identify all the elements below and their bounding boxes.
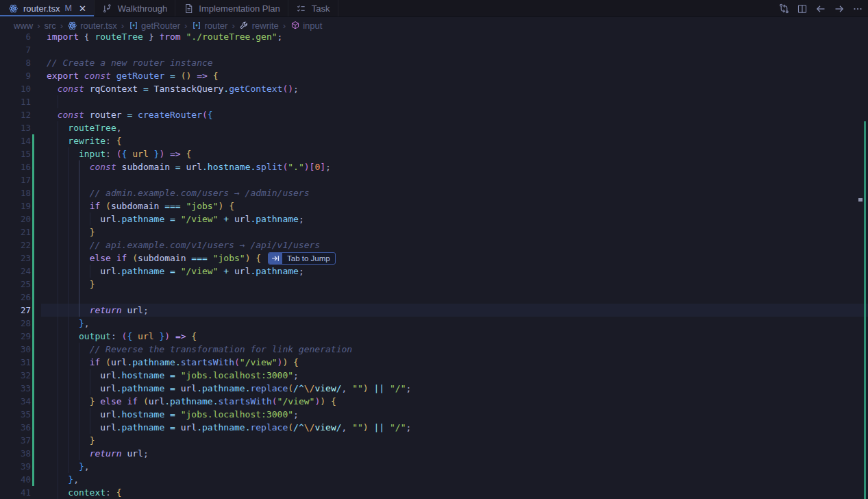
git-added-indicator bbox=[32, 382, 34, 395]
breadcrumb-item-src[interactable]: src bbox=[45, 21, 56, 31]
compare-changes-icon[interactable] bbox=[778, 3, 790, 15]
symbol-constant-icon bbox=[128, 21, 138, 31]
code-line-41[interactable]: 41 context: { bbox=[0, 486, 868, 499]
line-number: 11 bbox=[0, 95, 31, 108]
code-line-15[interactable]: 15 input: ({ url }) => { bbox=[0, 147, 868, 160]
code-lines: 6import { routeTree } from "./routeTree.… bbox=[0, 34, 868, 499]
code-text: rewrite: { bbox=[47, 134, 122, 147]
line-number: 36 bbox=[0, 421, 31, 434]
breadcrumb-item-getrouter[interactable]: getRouter bbox=[128, 21, 180, 31]
git-added-indicator bbox=[32, 226, 34, 239]
code-line-20[interactable]: 20 url.pathname = "/view" + url.pathname… bbox=[0, 212, 868, 226]
line-number: 18 bbox=[0, 186, 31, 199]
code-line-26[interactable]: 26 bbox=[0, 291, 868, 304]
line-number: 38 bbox=[0, 447, 31, 460]
breadcrumb-item-router[interactable]: router bbox=[191, 21, 227, 31]
code-text: url.pathname = url.pathname.replace(/^\/… bbox=[47, 382, 411, 395]
code-text: url.hostname = "jobs.localhost:3000"; bbox=[47, 408, 299, 421]
code-line-34[interactable]: 34 } else if (url.pathname.startsWith("/… bbox=[0, 395, 868, 408]
overview-ruler[interactable] bbox=[858, 67, 868, 499]
code-line-39[interactable]: 39 }, bbox=[0, 460, 868, 473]
code-text: }, bbox=[47, 460, 90, 473]
code-line-10[interactable]: 10 const rqContext = TanstackQuery.getCo… bbox=[0, 82, 868, 95]
code-line-35[interactable]: 35 url.hostname = "jobs.localhost:3000"; bbox=[0, 408, 868, 421]
line-number: 26 bbox=[0, 291, 31, 304]
code-line-38[interactable]: 38 return url; bbox=[0, 447, 868, 460]
modified-badge: M bbox=[64, 3, 71, 13]
line-number: 6 bbox=[0, 34, 31, 43]
breadcrumb-separator: › bbox=[184, 21, 188, 31]
code-text: url.pathname = "/view" + url.pathname; bbox=[47, 265, 304, 278]
code-line-21[interactable]: 21 } bbox=[0, 226, 868, 239]
code-editor[interactable]: 6import { routeTree } from "./routeTree.… bbox=[0, 34, 868, 499]
breadcrumb-item-rewrite[interactable]: rewrite bbox=[239, 21, 279, 31]
more-actions-icon[interactable] bbox=[852, 3, 864, 15]
breadcrumb-item-www[interactable]: www bbox=[14, 21, 33, 31]
code-line-31[interactable]: 31 if (url.pathname.startsWith("/view"))… bbox=[0, 356, 868, 369]
code-line-24[interactable]: 24 url.pathname = "/view" + url.pathname… bbox=[0, 265, 868, 278]
git-added-indicator bbox=[32, 291, 34, 304]
line-number: 32 bbox=[0, 369, 31, 382]
tab-task[interactable]: Task bbox=[288, 0, 338, 16]
code-line-6[interactable]: 6import { routeTree } from "./routeTree.… bbox=[0, 34, 868, 43]
code-line-12[interactable]: 12 const router = createRouter({ bbox=[0, 108, 868, 121]
breadcrumb-separator: › bbox=[231, 21, 235, 31]
code-line-18[interactable]: 18 // admin.example.com/users → /admin/u… bbox=[0, 186, 868, 199]
git-added-indicator bbox=[32, 343, 34, 356]
code-text: }, bbox=[47, 317, 90, 330]
code-line-22[interactable]: 22 // api.example.com/v1/users → /api/v1… bbox=[0, 239, 868, 252]
breadcrumb-separator: › bbox=[282, 21, 286, 31]
code-line-14[interactable]: 14 rewrite: { bbox=[0, 134, 868, 147]
code-line-32[interactable]: 32 url.hostname = "jobs.localhost:3000"; bbox=[0, 369, 868, 382]
arrow-right-icon[interactable] bbox=[833, 3, 845, 15]
code-line-16[interactable]: 16 const subdomain = url.hostname.split(… bbox=[0, 160, 868, 173]
code-line-8[interactable]: 8// Create a new router instance bbox=[0, 56, 868, 69]
git-added-indicator bbox=[32, 134, 34, 147]
git-added-indicator bbox=[32, 447, 34, 460]
code-line-23[interactable]: 23 else if (subdomain === "jobs") {Tab t… bbox=[0, 252, 868, 265]
line-number: 24 bbox=[0, 265, 31, 278]
breadcrumb-label: src bbox=[45, 21, 56, 31]
line-number: 12 bbox=[0, 108, 31, 121]
breadcrumb-item-input[interactable]: input bbox=[290, 21, 322, 31]
code-line-28[interactable]: 28 }, bbox=[0, 317, 868, 330]
code-text: import { routeTree } from "./routeTree.g… bbox=[47, 34, 282, 43]
breadcrumb-item-router-tsx[interactable]: router.tsx bbox=[67, 21, 116, 31]
tab-walkthrough[interactable]: Walkthrough bbox=[95, 0, 176, 16]
code-line-17[interactable]: 17 bbox=[0, 173, 868, 186]
close-icon[interactable]: ✕ bbox=[79, 4, 86, 13]
line-number: 7 bbox=[0, 43, 31, 56]
code-line-27[interactable]: 27 return url; bbox=[0, 304, 868, 317]
code-line-19[interactable]: 19 if (subdomain === "jobs") { bbox=[0, 199, 868, 212]
git-added-indicator bbox=[32, 186, 34, 199]
code-text: } bbox=[47, 434, 95, 447]
line-number: 14 bbox=[0, 134, 31, 147]
git-added-indicator bbox=[32, 330, 34, 343]
arrow-left-icon[interactable] bbox=[815, 3, 827, 15]
code-line-36[interactable]: 36 url.pathname = url.pathname.replace(/… bbox=[0, 421, 868, 434]
code-text: return url; bbox=[47, 304, 149, 317]
code-line-40[interactable]: 40 }, bbox=[0, 473, 868, 486]
code-line-7[interactable]: 7 bbox=[0, 43, 868, 56]
split-editor-icon[interactable] bbox=[796, 3, 808, 15]
tab-implementation-plan[interactable]: Implementation Plan bbox=[175, 0, 288, 16]
line-number: 27 bbox=[0, 304, 31, 317]
code-line-13[interactable]: 13 routeTree, bbox=[0, 121, 868, 134]
code-text: if (url.pathname.startsWith("/view")) { bbox=[47, 356, 299, 369]
line-number: 39 bbox=[0, 460, 31, 473]
line-number: 15 bbox=[0, 147, 31, 160]
code-line-25[interactable]: 25 } bbox=[0, 278, 868, 291]
tab-router-tsx[interactable]: router.tsxM✕ bbox=[0, 0, 95, 16]
code-line-11[interactable]: 11 bbox=[0, 95, 868, 108]
indent-guide bbox=[79, 291, 79, 304]
code-line-29[interactable]: 29 output: ({ url }) => { bbox=[0, 330, 868, 343]
line-number: 13 bbox=[0, 121, 31, 134]
breadcrumb-separator: › bbox=[36, 21, 40, 31]
code-line-37[interactable]: 37 } bbox=[0, 434, 868, 447]
code-line-33[interactable]: 33 url.pathname = url.pathname.replace(/… bbox=[0, 382, 868, 395]
git-added-indicator bbox=[32, 239, 34, 252]
code-line-9[interactable]: 9export const getRouter = () => { bbox=[0, 69, 868, 82]
code-text: url.hostname = "jobs.localhost:3000"; bbox=[47, 369, 299, 382]
code-line-30[interactable]: 30 // Reverse the transformation for lin… bbox=[0, 343, 868, 356]
code-text: const subdomain = url.hostname.split("."… bbox=[47, 160, 331, 173]
